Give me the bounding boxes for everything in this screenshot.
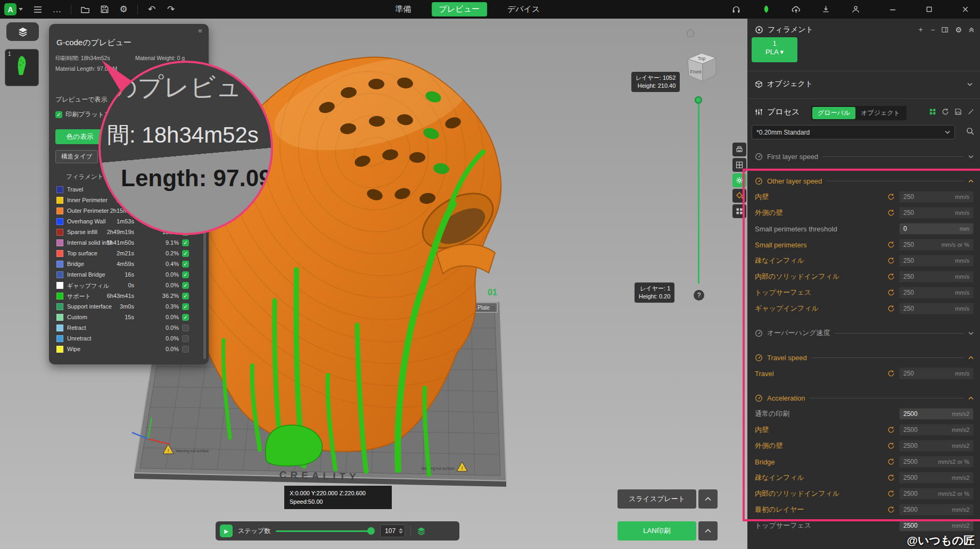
- stepper-arrows[interactable]: [399, 528, 403, 534]
- legend-checkbox[interactable]: ✓: [182, 197, 189, 204]
- section-header[interactable]: Acceleration: [755, 390, 974, 406]
- legend-checkbox[interactable]: ✓: [182, 186, 189, 193]
- tab-デバイス[interactable]: デバイス: [500, 2, 547, 16]
- settings-icon[interactable]: ⚙: [117, 3, 130, 16]
- legend-checkbox[interactable]: [182, 325, 189, 331]
- reset-icon[interactable]: [887, 209, 895, 217]
- checkbox-icon[interactable]: ✓: [55, 111, 62, 118]
- legend-checkbox[interactable]: ✓: [182, 293, 189, 300]
- legend-checkbox[interactable]: ✓: [182, 207, 189, 214]
- print-options-button[interactable]: [698, 521, 718, 540]
- layers-view-icon[interactable]: [416, 526, 426, 536]
- reset-icon[interactable]: [887, 257, 895, 264]
- printer-tool-button[interactable]: [732, 143, 746, 156]
- param-field[interactable]: 250mm/s: [899, 271, 974, 282]
- param-field[interactable]: 2500mm/s2: [899, 504, 974, 515]
- reset-icon[interactable]: [887, 474, 895, 481]
- save-preset-icon[interactable]: [954, 108, 962, 115]
- home-view-icon[interactable]: [685, 27, 696, 41]
- cloud-upload-icon[interactable]: [789, 3, 802, 16]
- download-icon[interactable]: [819, 3, 832, 16]
- reset-icon[interactable]: [887, 426, 895, 434]
- apps-tool-button[interactable]: [732, 204, 746, 218]
- step-slider[interactable]: [276, 527, 375, 535]
- param-field[interactable]: 250mm/s: [899, 255, 974, 267]
- legend-checkbox[interactable]: [182, 335, 189, 342]
- chevron-up-icon[interactable]: [968, 396, 974, 400]
- history-icon[interactable]: [942, 108, 949, 115]
- filament-settings-icon[interactable]: ⚙: [955, 26, 962, 34]
- legend-checkbox[interactable]: ✓: [182, 239, 189, 246]
- slider-handle[interactable]: [367, 527, 375, 535]
- view-cube[interactable]: Top Front: [682, 48, 721, 92]
- legend-checkbox[interactable]: ✓: [182, 314, 189, 321]
- search-preset-icon[interactable]: [966, 127, 975, 138]
- legend-checkbox[interactable]: ✓: [182, 261, 189, 268]
- param-field[interactable]: 0mm: [899, 223, 974, 235]
- param-field[interactable]: 2500mm/s2 or %: [899, 456, 974, 468]
- collapse-panel-icon[interactable]: «: [198, 26, 202, 35]
- tab-準備[interactable]: 準備: [388, 2, 419, 16]
- close-button[interactable]: [959, 3, 971, 16]
- platform-checkbox-row[interactable]: ✓ 印刷プラットフォーム: [55, 110, 130, 119]
- reset-icon[interactable]: [887, 458, 895, 465]
- legend-checkbox[interactable]: ✓: [182, 271, 189, 278]
- reset-icon[interactable]: [887, 289, 895, 296]
- chevron-down-icon[interactable]: [968, 331, 974, 335]
- scrollbar[interactable]: [203, 184, 206, 359]
- tab-プレビュー[interactable]: プレビュー: [432, 2, 487, 16]
- param-field[interactable]: 250mm/s: [899, 207, 974, 219]
- section-header[interactable]: Other layer speed: [755, 173, 974, 189]
- reset-icon[interactable]: [887, 370, 895, 377]
- reset-icon[interactable]: [887, 273, 895, 280]
- play-button[interactable]: ▶: [220, 525, 233, 537]
- redo-icon[interactable]: ↷: [164, 3, 177, 16]
- collapse-all-icon[interactable]: [968, 27, 975, 33]
- param-field[interactable]: 250mm/s: [899, 303, 974, 314]
- support-headset-icon[interactable]: [730, 3, 743, 16]
- more-icon[interactable]: …: [51, 3, 63, 16]
- maximize-button[interactable]: [923, 3, 935, 16]
- section-header[interactable]: Travel speed: [755, 350, 974, 365]
- reset-icon[interactable]: [887, 442, 895, 450]
- step-count-input[interactable]: 107: [380, 525, 405, 537]
- legend-checkbox[interactable]: ✓: [182, 218, 189, 225]
- scope-オブジェクト[interactable]: オブジェクト: [855, 107, 905, 119]
- param-field[interactable]: 2500mm/s2 or %: [899, 488, 974, 500]
- param-grid-icon[interactable]: [929, 108, 936, 115]
- save-icon[interactable]: [98, 3, 111, 16]
- undo-icon[interactable]: ↶: [145, 3, 158, 16]
- param-field[interactable]: 2500mm/s2: [899, 520, 974, 531]
- layer-slider-track[interactable]: [698, 103, 699, 284]
- layers-panel-button[interactable]: [6, 22, 39, 41]
- panel-icon[interactable]: [941, 26, 949, 34]
- reset-icon[interactable]: [887, 193, 895, 201]
- section-header[interactable]: First layer speed: [755, 148, 974, 164]
- reset-icon[interactable]: [887, 506, 895, 513]
- legend-checkbox[interactable]: ✓: [182, 282, 189, 289]
- chevron-up-icon[interactable]: [968, 179, 974, 183]
- slice-options-button[interactable]: [698, 489, 718, 509]
- legend-checkbox[interactable]: ✓: [182, 229, 189, 236]
- menu-icon[interactable]: [31, 3, 44, 16]
- color-scheme-button[interactable]: 色の表示: [55, 129, 104, 144]
- legend-checkbox[interactable]: ✓: [182, 250, 189, 257]
- reset-icon[interactable]: [887, 490, 895, 497]
- layout-tool-button[interactable]: [732, 158, 746, 172]
- user-icon[interactable]: [849, 3, 862, 16]
- open-file-icon[interactable]: [79, 3, 92, 16]
- param-field[interactable]: 250mm/s: [899, 191, 974, 203]
- chevron-up-icon[interactable]: [968, 356, 974, 360]
- legend-checkbox[interactable]: [182, 346, 189, 353]
- legend-checkbox[interactable]: ✓: [182, 303, 189, 310]
- preset-dropdown[interactable]: *0.20mm Standard: [752, 125, 955, 139]
- param-field[interactable]: 2500mm/s2: [899, 472, 974, 484]
- reset-icon[interactable]: [887, 241, 895, 248]
- param-field[interactable]: 2500mm/s2: [899, 408, 974, 420]
- filament-slot-button[interactable]: 1 PLA ▾: [752, 37, 797, 62]
- remove-filament-icon[interactable]: −: [930, 26, 935, 34]
- object-header[interactable]: オブジェクト: [755, 79, 973, 89]
- help-button[interactable]: ?: [694, 290, 704, 301]
- param-field[interactable]: 2500mm/s2: [899, 440, 974, 452]
- param-field[interactable]: 250mm/s: [899, 287, 974, 298]
